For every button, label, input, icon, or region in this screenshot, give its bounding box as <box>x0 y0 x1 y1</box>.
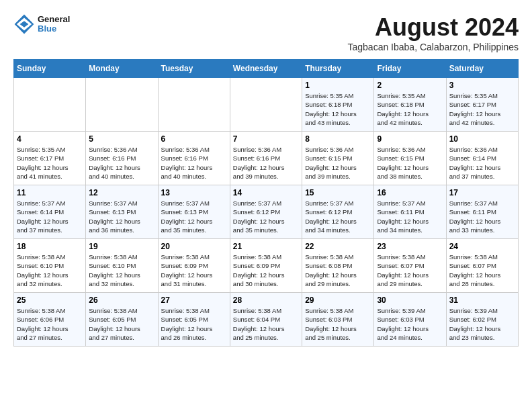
day-info: Sunrise: 5:37 AM Sunset: 6:12 PM Dayligh… <box>233 199 299 234</box>
day-info: Sunrise: 5:38 AM Sunset: 6:03 PM Dayligh… <box>305 306 371 342</box>
logo: General Blue <box>13 13 70 35</box>
day-header-sunday: Sunday <box>14 60 86 78</box>
logo-text: General Blue <box>38 15 70 34</box>
calendar-table: SundayMondayTuesdayWednesdayThursdayFrid… <box>13 59 519 347</box>
calendar-cell: 25Sunrise: 5:38 AM Sunset: 6:06 PM Dayli… <box>14 293 86 347</box>
calendar-cell: 14Sunrise: 5:37 AM Sunset: 6:12 PM Dayli… <box>230 185 302 239</box>
day-number: 16 <box>377 188 443 197</box>
day-info: Sunrise: 5:38 AM Sunset: 6:04 PM Dayligh… <box>233 306 299 342</box>
day-number: 9 <box>377 134 443 144</box>
day-info: Sunrise: 5:37 AM Sunset: 6:13 PM Dayligh… <box>89 199 154 234</box>
day-info: Sunrise: 5:36 AM Sunset: 6:16 PM Dayligh… <box>89 145 154 181</box>
day-number: 4 <box>17 134 83 144</box>
week-row-5: 25Sunrise: 5:38 AM Sunset: 6:06 PM Dayli… <box>14 293 519 347</box>
calendar-cell: 7Sunrise: 5:36 AM Sunset: 6:16 PM Daylig… <box>230 132 302 185</box>
calendar-cell: 9Sunrise: 5:36 AM Sunset: 6:15 PM Daylig… <box>374 132 446 185</box>
main-title: August 2024 <box>347 13 519 42</box>
calendar-cell: 23Sunrise: 5:38 AM Sunset: 6:07 PM Dayli… <box>374 239 446 293</box>
calendar-cell: 18Sunrise: 5:38 AM Sunset: 6:10 PM Dayli… <box>14 239 86 293</box>
day-header-wednesday: Wednesday <box>230 60 302 78</box>
calendar-cell: 6Sunrise: 5:36 AM Sunset: 6:16 PM Daylig… <box>158 132 230 185</box>
day-number: 12 <box>89 188 154 197</box>
day-number: 3 <box>449 81 515 90</box>
subtitle: Tagbacan Ibaba, Calabarzon, Philippines <box>347 42 519 52</box>
calendar-cell: 24Sunrise: 5:38 AM Sunset: 6:07 PM Dayli… <box>446 239 518 293</box>
calendar-cell: 27Sunrise: 5:38 AM Sunset: 6:05 PM Dayli… <box>158 293 230 347</box>
day-number: 17 <box>449 188 515 197</box>
day-info: Sunrise: 5:38 AM Sunset: 6:10 PM Dayligh… <box>89 253 154 288</box>
day-number: 14 <box>233 188 299 197</box>
day-info: Sunrise: 5:38 AM Sunset: 6:08 PM Dayligh… <box>305 253 371 288</box>
day-info: Sunrise: 5:38 AM Sunset: 6:07 PM Dayligh… <box>449 253 515 288</box>
calendar-header-row: SundayMondayTuesdayWednesdayThursdayFrid… <box>14 60 519 78</box>
calendar-cell <box>158 78 230 132</box>
calendar-cell: 12Sunrise: 5:37 AM Sunset: 6:13 PM Dayli… <box>86 185 158 239</box>
calendar-cell: 4Sunrise: 5:35 AM Sunset: 6:17 PM Daylig… <box>14 132 86 185</box>
day-number: 1 <box>305 81 371 90</box>
day-number: 23 <box>377 242 443 251</box>
calendar-cell <box>14 78 86 132</box>
day-header-friday: Friday <box>374 60 446 78</box>
day-header-thursday: Thursday <box>302 60 374 78</box>
calendar-cell: 16Sunrise: 5:37 AM Sunset: 6:11 PM Dayli… <box>374 185 446 239</box>
day-info: Sunrise: 5:39 AM Sunset: 6:03 PM Dayligh… <box>377 306 443 342</box>
day-number: 15 <box>305 188 371 197</box>
week-row-2: 4Sunrise: 5:35 AM Sunset: 6:17 PM Daylig… <box>14 132 519 185</box>
day-info: Sunrise: 5:36 AM Sunset: 6:15 PM Dayligh… <box>305 145 371 181</box>
calendar-cell: 10Sunrise: 5:36 AM Sunset: 6:14 PM Dayli… <box>446 132 518 185</box>
day-number: 25 <box>17 295 83 305</box>
day-info: Sunrise: 5:37 AM Sunset: 6:11 PM Dayligh… <box>449 199 515 234</box>
day-info: Sunrise: 5:36 AM Sunset: 6:16 PM Dayligh… <box>233 145 299 181</box>
day-info: Sunrise: 5:35 AM Sunset: 6:17 PM Dayligh… <box>449 91 515 127</box>
calendar-cell: 21Sunrise: 5:38 AM Sunset: 6:09 PM Dayli… <box>230 239 302 293</box>
calendar-body: 1Sunrise: 5:35 AM Sunset: 6:18 PM Daylig… <box>14 78 519 347</box>
day-number: 24 <box>449 242 515 251</box>
day-info: Sunrise: 5:35 AM Sunset: 6:18 PM Dayligh… <box>377 91 443 127</box>
day-info: Sunrise: 5:38 AM Sunset: 6:05 PM Dayligh… <box>89 306 154 342</box>
calendar-cell: 3Sunrise: 5:35 AM Sunset: 6:17 PM Daylig… <box>446 78 518 132</box>
day-number: 7 <box>233 134 299 144</box>
day-info: Sunrise: 5:38 AM Sunset: 6:10 PM Dayligh… <box>17 253 83 288</box>
day-info: Sunrise: 5:38 AM Sunset: 6:05 PM Dayligh… <box>161 306 227 342</box>
calendar-cell: 26Sunrise: 5:38 AM Sunset: 6:05 PM Dayli… <box>86 293 158 347</box>
day-info: Sunrise: 5:38 AM Sunset: 6:06 PM Dayligh… <box>17 306 83 342</box>
header: General Blue August 2024 Tagbacan Ibaba,… <box>13 13 519 52</box>
day-number: 27 <box>161 295 227 305</box>
day-info: Sunrise: 5:38 AM Sunset: 6:09 PM Dayligh… <box>161 253 227 288</box>
calendar-cell: 15Sunrise: 5:37 AM Sunset: 6:12 PM Dayli… <box>302 185 374 239</box>
day-info: Sunrise: 5:39 AM Sunset: 6:02 PM Dayligh… <box>449 306 515 342</box>
calendar-cell: 17Sunrise: 5:37 AM Sunset: 6:11 PM Dayli… <box>446 185 518 239</box>
day-info: Sunrise: 5:37 AM Sunset: 6:13 PM Dayligh… <box>161 199 227 234</box>
day-info: Sunrise: 5:37 AM Sunset: 6:12 PM Dayligh… <box>305 199 371 234</box>
day-info: Sunrise: 5:38 AM Sunset: 6:07 PM Dayligh… <box>377 253 443 288</box>
day-number: 19 <box>89 242 154 251</box>
day-info: Sunrise: 5:36 AM Sunset: 6:16 PM Dayligh… <box>161 145 227 181</box>
calendar-cell: 20Sunrise: 5:38 AM Sunset: 6:09 PM Dayli… <box>158 239 230 293</box>
day-info: Sunrise: 5:37 AM Sunset: 6:14 PM Dayligh… <box>17 199 83 234</box>
day-info: Sunrise: 5:35 AM Sunset: 6:17 PM Dayligh… <box>17 145 83 181</box>
day-number: 10 <box>449 134 515 144</box>
day-info: Sunrise: 5:36 AM Sunset: 6:15 PM Dayligh… <box>377 145 443 181</box>
logo-icon <box>13 13 35 35</box>
day-info: Sunrise: 5:38 AM Sunset: 6:09 PM Dayligh… <box>233 253 299 288</box>
calendar-cell: 29Sunrise: 5:38 AM Sunset: 6:03 PM Dayli… <box>302 293 374 347</box>
calendar-cell <box>86 78 158 132</box>
day-number: 5 <box>89 134 154 144</box>
day-number: 26 <box>89 295 154 305</box>
day-number: 6 <box>161 134 227 144</box>
calendar-cell: 28Sunrise: 5:38 AM Sunset: 6:04 PM Dayli… <box>230 293 302 347</box>
calendar-cell: 8Sunrise: 5:36 AM Sunset: 6:15 PM Daylig… <box>302 132 374 185</box>
day-number: 11 <box>17 188 83 197</box>
calendar-cell: 13Sunrise: 5:37 AM Sunset: 6:13 PM Dayli… <box>158 185 230 239</box>
week-row-3: 11Sunrise: 5:37 AM Sunset: 6:14 PM Dayli… <box>14 185 519 239</box>
day-header-monday: Monday <box>86 60 158 78</box>
day-number: 18 <box>17 242 83 251</box>
day-info: Sunrise: 5:36 AM Sunset: 6:14 PM Dayligh… <box>449 145 515 181</box>
day-info: Sunrise: 5:37 AM Sunset: 6:11 PM Dayligh… <box>377 199 443 234</box>
week-row-1: 1Sunrise: 5:35 AM Sunset: 6:18 PM Daylig… <box>14 78 519 132</box>
day-info: Sunrise: 5:35 AM Sunset: 6:18 PM Dayligh… <box>305 91 371 127</box>
week-row-4: 18Sunrise: 5:38 AM Sunset: 6:10 PM Dayli… <box>14 239 519 293</box>
day-header-saturday: Saturday <box>446 60 518 78</box>
calendar-cell: 22Sunrise: 5:38 AM Sunset: 6:08 PM Dayli… <box>302 239 374 293</box>
day-number: 22 <box>305 242 371 251</box>
